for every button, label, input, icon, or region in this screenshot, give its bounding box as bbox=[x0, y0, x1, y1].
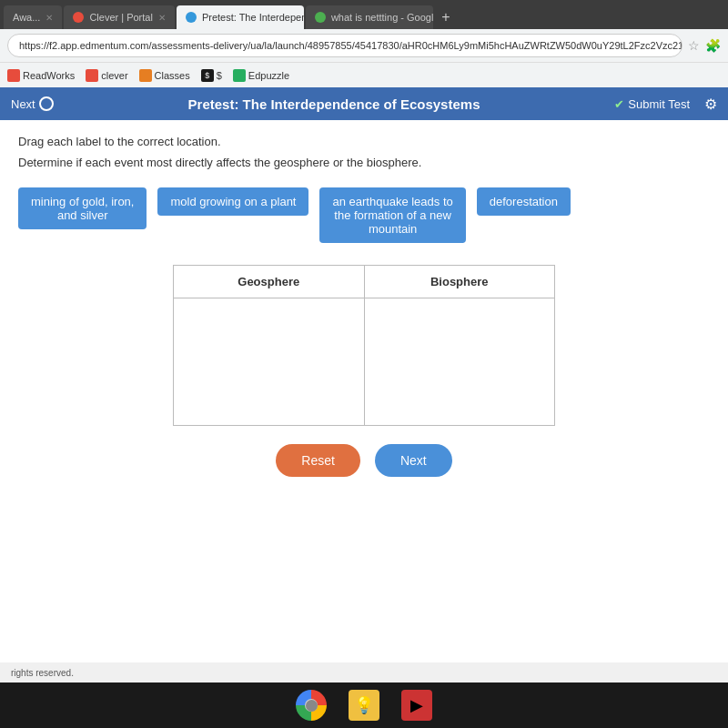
taskbar: 💡 ▶ bbox=[0, 682, 728, 728]
footer: rights reserved. bbox=[0, 662, 728, 682]
edmentum-tab-icon bbox=[186, 12, 197, 23]
address-bar-row: https://f2.app.edmentum.com/assessments-… bbox=[0, 29, 728, 62]
tab-google-label: what is nettting - Google Search bbox=[331, 12, 433, 23]
biosphere-drop-zone[interactable] bbox=[364, 298, 555, 426]
readworks-icon bbox=[7, 69, 20, 82]
extension-icon: 🧩 bbox=[705, 38, 721, 53]
biosphere-header: Biosphere bbox=[364, 266, 555, 298]
tab-clever-label: Clever | Portal bbox=[89, 12, 153, 23]
header-next-circle-icon bbox=[39, 96, 54, 111]
bookmark-dollar[interactable]: $ $ bbox=[201, 69, 222, 82]
main-content: Drag each label to the correct location.… bbox=[0, 120, 728, 662]
drop-table-container: Geosphere Biosphere bbox=[18, 265, 710, 426]
tab-awa-label: Awa... bbox=[13, 12, 40, 23]
footer-text: rights reserved. bbox=[11, 668, 74, 678]
classes-icon bbox=[139, 69, 152, 82]
geosphere-header: Geosphere bbox=[174, 266, 365, 298]
google-tab-icon bbox=[315, 12, 326, 23]
tab-awa[interactable]: Awa... ✕ bbox=[4, 5, 62, 29]
instruction-determine: Determine if each event most directly af… bbox=[18, 156, 710, 169]
next-button[interactable]: Next bbox=[375, 444, 452, 477]
browser-tabs: Awa... ✕ Clever | Portal ✕ Pretest: The … bbox=[0, 0, 728, 29]
tab-pretest[interactable]: Pretest: The Interdependence of... ✕ bbox=[177, 5, 304, 29]
tab-pretest-label: Pretest: The Interdependence of... bbox=[202, 12, 304, 23]
edpuzzle-icon bbox=[233, 69, 246, 82]
tab-clever-close[interactable]: ✕ bbox=[158, 13, 166, 23]
reset-button[interactable]: Reset bbox=[276, 444, 360, 477]
drag-label-deforestation-text: deforestation bbox=[490, 195, 558, 208]
submit-check-icon: ✔ bbox=[614, 97, 624, 111]
bookmark-bar: ReadWorks clever Classes $ $ Edpuzzle bbox=[0, 62, 728, 87]
url-text: https://f2.app.edmentum.com/assessments-… bbox=[19, 40, 682, 51]
header-menu-icon[interactable]: ⚙ bbox=[704, 96, 717, 113]
lamp-taskbar-icon[interactable]: 💡 bbox=[349, 690, 379, 721]
address-bar[interactable]: https://f2.app.edmentum.com/assessments-… bbox=[7, 34, 682, 57]
app-title: Pretest: The Interdependence of Ecosyste… bbox=[68, 96, 601, 112]
clever-tab-icon bbox=[73, 12, 84, 23]
drop-table: Geosphere Biosphere bbox=[173, 265, 555, 426]
bookmark-classes-label: Classes bbox=[155, 70, 190, 81]
bookmark-edpuzzle-label: Edpuzzle bbox=[248, 70, 289, 81]
tab-google[interactable]: what is nettting - Google Search ✕ bbox=[306, 5, 433, 29]
drag-label-mold-text: mold growing on a plant bbox=[170, 195, 296, 208]
bookmark-classes[interactable]: Classes bbox=[139, 69, 190, 82]
submit-test-label: Submit Test bbox=[628, 97, 690, 111]
clever-bookmark-icon bbox=[86, 69, 98, 82]
header-next-button[interactable]: Next bbox=[11, 96, 54, 111]
labels-container: mining of gold, iron,and silver mold gro… bbox=[18, 187, 710, 243]
bookmark-edpuzzle[interactable]: Edpuzzle bbox=[233, 69, 289, 82]
new-tab-button[interactable]: + bbox=[435, 5, 457, 29]
bookmark-clever[interactable]: clever bbox=[86, 69, 127, 82]
app-header: Next Pretest: The Interdependence of Eco… bbox=[0, 87, 728, 120]
bookmark-star-icon[interactable]: ☆ bbox=[688, 38, 700, 53]
submit-test-button[interactable]: ✔ Submit Test bbox=[614, 97, 690, 111]
drag-label-earthquake[interactable]: an earthquake leads tothe formation of a… bbox=[319, 187, 465, 243]
header-next-label: Next bbox=[11, 97, 35, 111]
chrome-taskbar-icon[interactable] bbox=[296, 690, 327, 721]
dollar-icon: $ bbox=[201, 69, 214, 82]
buttons-row: Reset Next bbox=[18, 444, 710, 477]
geosphere-drop-zone[interactable] bbox=[174, 298, 365, 426]
bookmark-dollar-label: $ bbox=[217, 70, 222, 81]
drag-label-earthquake-text: an earthquake leads tothe formation of a… bbox=[332, 195, 452, 236]
youtube-taskbar-icon[interactable]: ▶ bbox=[401, 690, 432, 721]
bookmark-clever-label: clever bbox=[101, 70, 127, 81]
drag-label-mining[interactable]: mining of gold, iron,and silver bbox=[18, 187, 147, 229]
tab-clever[interactable]: Clever | Portal ✕ bbox=[64, 5, 175, 29]
instruction-drag: Drag each label to the correct location. bbox=[18, 135, 710, 148]
drag-label-mining-text: mining of gold, iron,and silver bbox=[31, 195, 134, 222]
screen: Awa... ✕ Clever | Portal ✕ Pretest: The … bbox=[0, 0, 728, 728]
drag-label-mold[interactable]: mold growing on a plant bbox=[157, 187, 308, 216]
tab-awa-close[interactable]: ✕ bbox=[46, 13, 53, 23]
bookmark-readworks-label: ReadWorks bbox=[23, 70, 75, 81]
drag-label-deforestation[interactable]: deforestation bbox=[477, 187, 571, 216]
bookmark-readworks[interactable]: ReadWorks bbox=[7, 69, 75, 82]
